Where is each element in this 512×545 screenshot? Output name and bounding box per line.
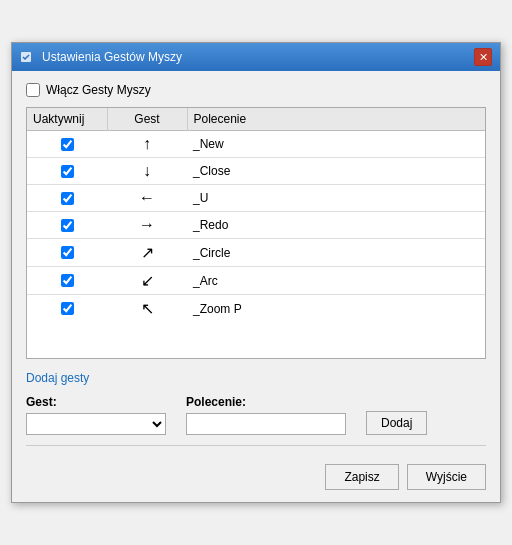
row-checkbox-6[interactable] xyxy=(61,302,74,315)
gestures-table-container[interactable]: Uaktywnij Gest Polecenie ↑_New↓_Close←_U… xyxy=(26,107,486,359)
title-bar-left: Ustawienia Gestów Myszy xyxy=(20,49,182,65)
row-checkbox-3[interactable] xyxy=(61,219,74,232)
bottom-buttons: Zapisz Wyjście xyxy=(26,458,486,490)
table-row: →_Redo xyxy=(27,212,485,239)
gest-cell-2: ← xyxy=(107,185,187,212)
table-body: ↑_New↓_Close←_U→_Redo↗_Circle↙_Arc↖_Zoom… xyxy=(27,131,485,323)
divider xyxy=(26,445,486,446)
table-row: ↓_Close xyxy=(27,158,485,185)
col-header-gest: Gest xyxy=(107,108,187,131)
row-checkbox-2[interactable] xyxy=(61,192,74,205)
add-gestures-title: Dodaj gesty xyxy=(26,371,486,385)
enable-gestures-label: Włącz Gesty Myszy xyxy=(46,83,151,97)
enable-gestures-checkbox[interactable] xyxy=(26,83,40,97)
dodaj-button[interactable]: Dodaj xyxy=(366,411,427,435)
gest-cell-5: ↙ xyxy=(107,267,187,295)
row-checkbox-1[interactable] xyxy=(61,165,74,178)
polecenie-cell-3: _Redo xyxy=(187,212,485,239)
polecenie-cell-4: _Circle xyxy=(187,239,485,267)
gestures-table: Uaktywnij Gest Polecenie ↑_New↓_Close←_U… xyxy=(27,108,485,322)
col-header-uaktywnij: Uaktywnij xyxy=(27,108,107,131)
window-body: Włącz Gesty Myszy Uaktywnij Gest Polecen… xyxy=(12,71,500,502)
polecenie-form-group: Polecenie: xyxy=(186,395,346,435)
gest-cell-1: ↓ xyxy=(107,158,187,185)
main-window: Ustawienia Gestów Myszy ✕ Włącz Gesty My… xyxy=(11,42,501,503)
table-row: ↙_Arc xyxy=(27,267,485,295)
polecenie-label: Polecenie: xyxy=(186,395,346,409)
gest-cell-6: ↖ xyxy=(107,295,187,323)
add-form-row: Gest: Polecenie: Dodaj xyxy=(26,393,486,435)
table-row: ←_U xyxy=(27,185,485,212)
table-header-row: Uaktywnij Gest Polecenie xyxy=(27,108,485,131)
gest-cell-4: ↗ xyxy=(107,239,187,267)
polecenie-cell-2: _U xyxy=(187,185,485,212)
close-button[interactable]: ✕ xyxy=(474,48,492,66)
gest-cell-0: ↑ xyxy=(107,131,187,158)
table-row: ↖_Zoom P xyxy=(27,295,485,323)
row-checkbox-5[interactable] xyxy=(61,274,74,287)
enable-gestures-row: Włącz Gesty Myszy xyxy=(26,83,486,97)
wyjscie-button[interactable]: Wyjście xyxy=(407,464,486,490)
gest-form-group: Gest: xyxy=(26,395,166,435)
add-gestures-section: Dodaj gesty Gest: Polecenie: Dodaj xyxy=(26,371,486,435)
table-row: ↑_New xyxy=(27,131,485,158)
window-icon xyxy=(20,49,36,65)
gest-label: Gest: xyxy=(26,395,166,409)
polecenie-cell-6: _Zoom P xyxy=(187,295,485,323)
zapisz-button[interactable]: Zapisz xyxy=(325,464,398,490)
window-title: Ustawienia Gestów Myszy xyxy=(42,50,182,64)
gest-select[interactable] xyxy=(26,413,166,435)
row-checkbox-4[interactable] xyxy=(61,246,74,259)
polecenie-cell-0: _New xyxy=(187,131,485,158)
table-row: ↗_Circle xyxy=(27,239,485,267)
row-checkbox-0[interactable] xyxy=(61,138,74,151)
polecenie-cell-1: _Close xyxy=(187,158,485,185)
gest-cell-3: → xyxy=(107,212,187,239)
title-bar: Ustawienia Gestów Myszy ✕ xyxy=(12,43,500,71)
polecenie-input[interactable] xyxy=(186,413,346,435)
col-header-polecenie: Polecenie xyxy=(187,108,485,131)
polecenie-cell-5: _Arc xyxy=(187,267,485,295)
